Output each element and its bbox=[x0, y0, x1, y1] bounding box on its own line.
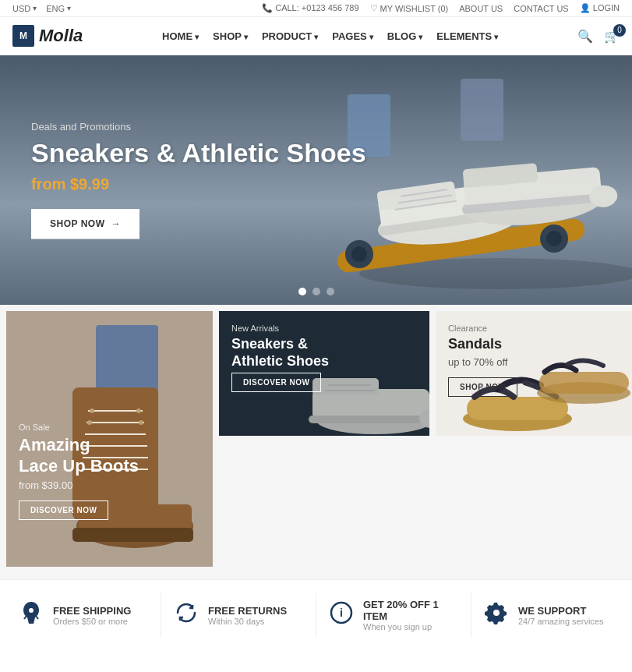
cat-1-content: New Arrivals Sneakers &Athletic Shoes DI… bbox=[231, 324, 329, 392]
hero-subtitle: Deals and Promotions bbox=[31, 121, 366, 133]
hero-price: from $9.99 bbox=[31, 176, 366, 194]
cat-3-discover-button[interactable]: DISCOVER NOW bbox=[19, 500, 108, 520]
hero-slider: Deals and Promotions Sneakers & Athletic… bbox=[0, 55, 632, 305]
currency-chevron bbox=[33, 4, 37, 12]
refresh-icon bbox=[174, 600, 199, 631]
cat-3-content: On Sale AmazingLace Up Boots from $39.00… bbox=[19, 423, 139, 520]
nav-product[interactable]: PRODUCT bbox=[262, 30, 318, 42]
product-chevron bbox=[314, 30, 318, 42]
cat-card-sneakers[interactable]: New Arrivals Sneakers &Athletic Shoes DI… bbox=[219, 311, 429, 436]
phone-icon: 📞 bbox=[262, 3, 273, 12]
hero-title: Sneakers & Athletic Shoes bbox=[31, 139, 366, 168]
dot-3[interactable] bbox=[327, 288, 334, 295]
language-selector[interactable]: ENG bbox=[46, 4, 71, 13]
info-icon: i bbox=[329, 600, 354, 631]
nav-blog[interactable]: BLOG bbox=[387, 30, 423, 42]
feature-support-text: WE SUPPORT 24/7 amazing services bbox=[518, 605, 603, 626]
login-link[interactable]: 👤 LOGIN bbox=[580, 3, 620, 13]
header: M Molla HOME SHOP PRODUCT PAGES BLOG ELE… bbox=[0, 17, 632, 55]
cat-2-title: Sandals bbox=[448, 336, 517, 353]
cat-card-sandals[interactable]: Clearance Sandals up to 70% off SHOP NOW bbox=[436, 311, 632, 436]
home-chevron bbox=[195, 30, 199, 42]
cat-2-tag: Clearance bbox=[448, 324, 517, 333]
dot-1[interactable] bbox=[298, 288, 306, 295]
cat-3-tag: On Sale bbox=[19, 423, 139, 432]
top-bar-right: 📞 CALL: +0123 456 789 ♡ MY WISHLIST (0) … bbox=[262, 3, 620, 13]
cat-2-shop-button[interactable]: SHOP NOW bbox=[448, 377, 517, 397]
pages-chevron bbox=[369, 30, 373, 42]
cat-2-subtitle: up to 70% off bbox=[448, 356, 517, 368]
top-bar-left: USD ENG bbox=[12, 4, 71, 13]
shop-chevron bbox=[244, 30, 248, 42]
nav-shop[interactable]: SHOP bbox=[213, 30, 248, 42]
feature-discount: i GET 20% OFF 1 ITEM When you sign up bbox=[316, 592, 471, 638]
top-bar: USD ENG 📞 CALL: +0123 456 789 ♡ MY WISHL… bbox=[0, 0, 632, 17]
hero-content: Deals and Promotions Sneakers & Athletic… bbox=[31, 121, 366, 239]
slider-dots bbox=[298, 288, 334, 295]
about-link[interactable]: ABOUT US bbox=[459, 4, 503, 13]
svg-point-5 bbox=[546, 231, 562, 246]
contact-link[interactable]: CONTACT US bbox=[514, 4, 569, 13]
user-icon: 👤 bbox=[580, 3, 591, 12]
svg-point-44 bbox=[136, 409, 141, 413]
svg-rect-36 bbox=[72, 528, 193, 542]
category-grid: New Arrivals Sneakers &Athletic Shoes DI… bbox=[0, 305, 632, 579]
svg-point-3 bbox=[351, 246, 367, 262]
feature-discount-text: GET 20% OFF 1 ITEM When you sign up bbox=[363, 599, 458, 631]
logo-text: Molla bbox=[39, 26, 83, 46]
feature-shipping-text: FREE SHIPPING Orders $50 or more bbox=[53, 605, 131, 626]
rocket-icon bbox=[19, 600, 44, 631]
svg-point-54 bbox=[29, 608, 34, 613]
nav-elements[interactable]: ELEMENTS bbox=[436, 30, 498, 42]
wishlist-link[interactable]: ♡ MY WISHLIST (0) bbox=[370, 3, 449, 13]
nav-home[interactable]: HOME bbox=[162, 30, 199, 42]
cat-3-title: AmazingLace Up Boots bbox=[19, 435, 139, 476]
logo[interactable]: M Molla bbox=[12, 25, 83, 47]
cat-2-content: Clearance Sandals up to 70% off SHOP NOW bbox=[448, 324, 517, 397]
svg-point-57 bbox=[493, 610, 500, 616]
currency-selector[interactable]: USD bbox=[12, 4, 37, 13]
feature-returns-text: FREE RETURNS Within 30 days bbox=[208, 605, 287, 626]
language-chevron bbox=[67, 4, 71, 12]
main-nav: HOME SHOP PRODUCT PAGES BLOG ELEMENTS bbox=[162, 30, 498, 42]
cart-icon[interactable]: 🛒 0 bbox=[604, 29, 620, 44]
cat-card-boots[interactable]: On Sale AmazingLace Up Boots from $39.00… bbox=[6, 311, 213, 567]
svg-rect-31 bbox=[539, 372, 629, 394]
svg-rect-26 bbox=[309, 416, 429, 423]
svg-point-46 bbox=[139, 420, 143, 425]
feature-support: WE SUPPORT 24/7 amazing services bbox=[471, 592, 626, 638]
phone-link[interactable]: 📞 CALL: +0123 456 789 bbox=[262, 3, 358, 13]
cat-1-title: Sneakers &Athletic Shoes bbox=[231, 336, 329, 370]
blog-chevron bbox=[418, 30, 422, 42]
elements-chevron bbox=[494, 30, 498, 42]
heart-icon: ♡ bbox=[370, 3, 378, 13]
feature-shipping: FREE SHIPPING Orders $50 or more bbox=[6, 592, 161, 638]
svg-text:i: i bbox=[340, 607, 343, 619]
svg-rect-20 bbox=[461, 79, 503, 141]
arrow-icon: → bbox=[111, 219, 121, 230]
cart-badge: 0 bbox=[613, 24, 626, 37]
search-icon[interactable]: 🔍 bbox=[577, 29, 593, 44]
nav-pages[interactable]: PAGES bbox=[332, 30, 373, 42]
hero-shop-now-button[interactable]: SHOP NOW → bbox=[31, 210, 139, 239]
header-icons: 🔍 🛒 0 bbox=[577, 29, 620, 44]
dot-2[interactable] bbox=[312, 288, 320, 295]
gear-icon bbox=[484, 600, 509, 631]
cat-3-subtitle: from $39.00 bbox=[19, 479, 139, 491]
logo-icon: M bbox=[12, 25, 34, 47]
features-bar: FREE SHIPPING Orders $50 or more FREE RE… bbox=[0, 579, 632, 650]
svg-point-43 bbox=[90, 409, 94, 413]
cat-1-tag: New Arrivals bbox=[231, 324, 329, 333]
feature-returns: FREE RETURNS Within 30 days bbox=[161, 592, 316, 638]
cat-1-discover-button[interactable]: DISCOVER NOW bbox=[231, 373, 321, 392]
